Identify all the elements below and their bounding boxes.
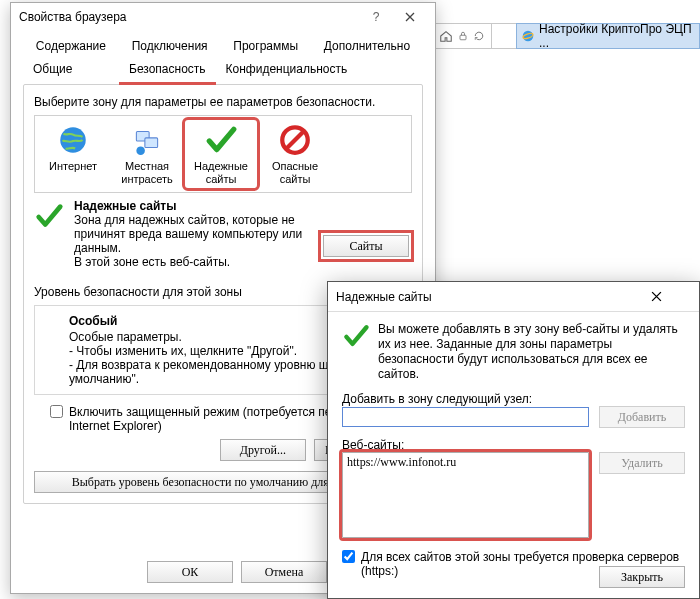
svg-point-6: [136, 146, 145, 155]
zone-label: Опасные сайты: [259, 160, 331, 186]
checkmark-icon: [342, 322, 378, 382]
sites-listbox[interactable]: https://www.infonot.ru: [342, 452, 589, 538]
tab-privacy[interactable]: Конфиденциальность: [216, 58, 423, 85]
lock-icon: [457, 30, 469, 42]
add-site-input[interactable]: [342, 407, 589, 427]
custom-level-button[interactable]: Другой...: [220, 439, 306, 461]
tab-row-top: Содержание Подключения Программы Дополни…: [23, 35, 423, 59]
svg-line-8: [287, 132, 304, 149]
help-button[interactable]: ?: [359, 7, 393, 27]
require-https-input[interactable]: [342, 550, 355, 563]
protected-mode-input[interactable]: [50, 405, 63, 418]
dialog-title: Надежные сайты: [336, 290, 432, 304]
tab-advanced[interactable]: Дополнительно: [311, 35, 423, 59]
restricted-icon: [277, 122, 313, 158]
trusted-zone-desc: Зона для надежных сайтов, которые не при…: [74, 213, 302, 269]
sites-list-label: Веб-сайты:: [342, 438, 685, 452]
checkmark-icon: [203, 122, 239, 158]
trusted-zone-title: Надежные сайты: [74, 199, 332, 213]
checkmark-icon: [34, 199, 74, 269]
trusted-sites-intro: Вы можете добавлять в эту зону веб-сайты…: [378, 322, 685, 382]
home-icon[interactable]: [439, 29, 453, 43]
zone-label: Надежные сайты: [185, 160, 257, 186]
globe-icon: [55, 122, 91, 158]
cancel-button[interactable]: Отмена: [241, 561, 327, 583]
zones-list: Интернет Местная интрасеть: [34, 115, 412, 193]
close-dialog-button[interactable]: Закрыть: [599, 566, 685, 588]
browser-tab-label: Настройки КриптоПро ЭЦП ...: [539, 22, 699, 50]
tab-connections[interactable]: Подключения: [119, 35, 221, 59]
tab-programs[interactable]: Программы: [220, 35, 311, 59]
tab-row-bottom: Общие Безопасность Конфиденциальность: [23, 58, 423, 85]
titlebar: Надежные сайты: [328, 282, 699, 312]
zone-trusted[interactable]: Надежные сайты: [185, 120, 257, 188]
dialog-title: Свойства браузера: [19, 10, 127, 24]
ie-icon: [521, 29, 535, 43]
sites-button[interactable]: Сайты: [323, 235, 409, 257]
titlebar: Свойства браузера ?: [11, 3, 435, 31]
zone-restricted[interactable]: Опасные сайты: [259, 120, 331, 188]
trusted-sites-dialog: Надежные сайты Вы можете добавлять в эту…: [327, 281, 700, 599]
zone-prompt: Выберите зону для параметры ее параметро…: [34, 95, 412, 109]
zone-internet[interactable]: Интернет: [37, 120, 109, 188]
intranet-icon: [129, 122, 165, 158]
svg-rect-0: [460, 35, 466, 40]
close-button[interactable]: [393, 7, 427, 27]
tab-security[interactable]: Безопасность: [119, 58, 216, 85]
tab-general[interactable]: Общие: [23, 58, 119, 85]
close-button[interactable]: [651, 291, 691, 302]
tab-content[interactable]: Содержание: [23, 35, 119, 59]
add-site-button[interactable]: Добавить: [599, 406, 685, 428]
ok-button[interactable]: ОК: [147, 561, 233, 583]
zone-description: Надежные сайты Зона для надежных сайтов,…: [34, 199, 412, 269]
zone-label: Местная интрасеть: [111, 160, 183, 186]
svg-rect-5: [145, 138, 158, 148]
remove-site-button[interactable]: Удалить: [599, 452, 685, 474]
refresh-icon[interactable]: [473, 30, 485, 42]
add-site-label: Добавить в зону следующий узел:: [342, 392, 685, 406]
list-item[interactable]: https://www.infonot.ru: [347, 455, 584, 470]
browser-tab[interactable]: Настройки КриптоПро ЭЦП ...: [516, 23, 700, 49]
zone-intranet[interactable]: Местная интрасеть: [111, 120, 183, 188]
zone-label: Интернет: [37, 160, 109, 186]
